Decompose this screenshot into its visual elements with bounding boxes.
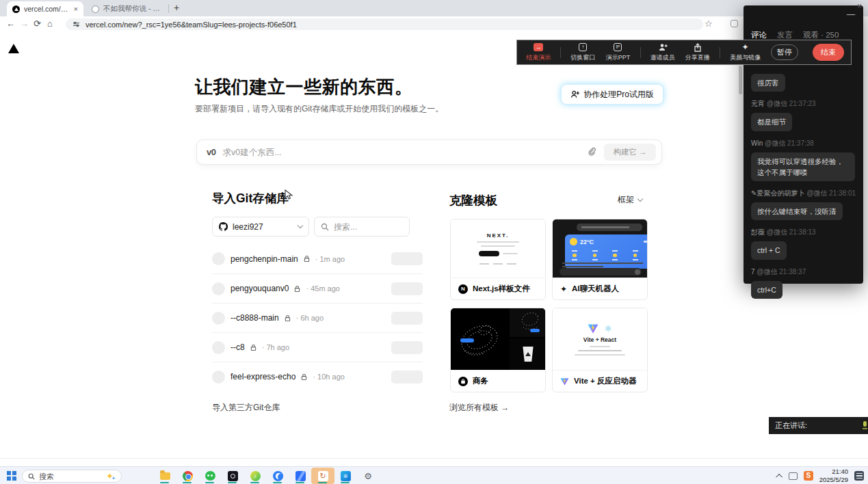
nextjs-template-preview: NEXT. xyxy=(451,219,545,278)
blue-square-app-icon[interactable] xyxy=(294,469,306,483)
repo-name: pengyouquanv0 xyxy=(231,284,289,293)
chrome-icon[interactable] xyxy=(181,469,194,483)
panel-minimize-icon[interactable]: — xyxy=(847,10,855,19)
build-it-button[interactable]: 构建它 → xyxy=(604,144,656,161)
screen-share-toolbar: → 结束演示 ↑ 切换窗口 P 演示PPT 邀请成员 分享直播 ✦ 美 xyxy=(516,40,852,65)
tab-close-icon[interactable]: × xyxy=(74,5,78,13)
tray-frame-icon[interactable] xyxy=(789,472,798,480)
chat-author: ✎爱聚会的胡萝卜 @微信 21:38:01 xyxy=(751,189,857,198)
lock-icon xyxy=(285,314,291,322)
import-button-skeleton[interactable] xyxy=(391,371,423,384)
chevron-down-icon xyxy=(298,223,303,228)
taskbar-clock[interactable]: 21:40 2025/5/29 xyxy=(819,468,848,484)
taskbar-apps: ♪ ↻ ≋ ⚙ xyxy=(159,469,374,483)
github-account-select[interactable]: leezi927 xyxy=(212,217,309,237)
vite-template-preview: ⚛ Vite + React xyxy=(553,308,647,370)
vite-preview-title: Vite + React xyxy=(583,336,616,343)
taskbar-search-input[interactable] xyxy=(39,472,87,481)
new-tab-button[interactable]: + xyxy=(174,2,179,13)
templates-heading: 克隆模板 xyxy=(449,192,497,209)
url-bar[interactable]: vercel.com/new?_rsc=1ye56&teamSlug=lees-… xyxy=(66,18,703,30)
scrollbar-thumb[interactable] xyxy=(739,66,742,94)
bookmark-star-icon[interactable]: ☆ xyxy=(705,18,713,29)
repo-search-input[interactable] xyxy=(334,222,395,232)
lock-icon xyxy=(301,373,307,381)
switch-window-button[interactable]: ↑ 切换窗口 xyxy=(570,42,596,62)
share-live-button[interactable]: 分享直播 xyxy=(685,42,711,62)
present-ppt-button[interactable]: P 演示PPT xyxy=(605,42,631,62)
settings-gear-icon[interactable]: ⚙ xyxy=(362,469,374,483)
chat-message-list: 很厉害 元宵 @微信 21:37:23 都是细节 Win @微信 21:37:3… xyxy=(751,74,857,299)
speaking-now-box: 正在讲话: xyxy=(769,417,868,434)
home-icon[interactable]: ⌂ xyxy=(47,18,53,29)
taskbar-tray: S 21:40 2025/5/29 xyxy=(778,467,864,484)
browse-all-templates-link[interactable]: 浏览所有模板 → xyxy=(449,402,509,414)
vite-icon xyxy=(560,377,569,386)
template-card-nextjs[interactable]: NEXT. N Next.js样板文件 xyxy=(450,219,546,300)
speaking-label: 正在讲话: xyxy=(775,420,807,431)
sogou-input-icon[interactable]: S xyxy=(804,471,813,481)
live-tool-icon[interactable]: ↻ xyxy=(317,469,329,483)
blue-browser-icon[interactable] xyxy=(272,469,284,483)
music-app-icon[interactable]: ♪ xyxy=(249,469,261,483)
browser-close-icon[interactable]: × xyxy=(857,1,862,11)
sparkles-icon: ✦ xyxy=(560,285,567,293)
repo-avatar xyxy=(212,312,225,325)
import-button-skeleton[interactable] xyxy=(391,252,423,265)
pause-button[interactable]: 暂停 xyxy=(771,44,798,60)
repo-name: feel-express-echo xyxy=(231,372,295,381)
vercel-logo-icon[interactable] xyxy=(8,44,19,53)
framework-filter[interactable]: 框架 xyxy=(618,194,642,206)
repo-search-box xyxy=(314,217,410,237)
repo-avatar xyxy=(212,282,225,295)
tab-separator xyxy=(168,4,169,13)
taskbar-search[interactable]: ✦✦ xyxy=(22,470,122,483)
nextjs-icon: N xyxy=(458,284,468,294)
chat-bubble: ctrl + C xyxy=(751,241,787,259)
repo-avatar xyxy=(212,371,225,384)
repo-name: --c8 xyxy=(231,342,245,352)
invite-members-button[interactable]: 邀请成员 xyxy=(649,42,675,62)
import-button-skeleton[interactable] xyxy=(391,312,423,325)
repo-name: pengchenpin-main xyxy=(231,254,298,264)
template-card-vite[interactable]: ⚛ Vite + React Vite + 反应启动器 xyxy=(552,308,648,392)
time-label: 21:40 xyxy=(819,468,848,476)
weather-temp: 22°C xyxy=(580,239,594,245)
paperclip-icon[interactable] xyxy=(588,148,597,157)
forward-icon[interactable]: → xyxy=(20,18,29,29)
repo-avatar xyxy=(212,341,225,354)
windows-start-icon[interactable] xyxy=(7,471,16,481)
ai-chatbot-template-preview: 22°C xyxy=(553,219,647,278)
file-explorer-icon[interactable] xyxy=(159,469,171,483)
teal-app-icon[interactable]: ≋ xyxy=(339,469,352,483)
beauty-mirror-button[interactable]: ✦ 美颜与镜像 xyxy=(729,42,762,62)
end-presentation-button[interactable]: → 结束演示 xyxy=(525,42,551,62)
reload-icon[interactable]: ⟳ xyxy=(34,18,41,29)
url-text: vercel.com/new?_rsc=1ye56&teamSlug=lees-… xyxy=(86,21,297,29)
template-card-ai-chatbot[interactable]: 22°C ✦ AI聊天机器人 xyxy=(552,219,648,300)
tray-chevron-icon[interactable] xyxy=(776,473,782,480)
notification-center-icon[interactable] xyxy=(854,471,864,481)
template-card-commerce[interactable]: 商务 xyxy=(450,308,546,392)
third-party-git-link[interactable]: 导入第三方Git仓库 xyxy=(212,402,280,414)
copilot-sparkle-icon: ✦✦ xyxy=(105,471,116,482)
pro-trial-button[interactable]: 协作处理Pro试用版 xyxy=(561,84,663,105)
github-icon xyxy=(219,222,228,231)
back-icon[interactable]: ← xyxy=(6,18,15,29)
extension-icon[interactable] xyxy=(731,20,738,27)
repo-list: pengchenpin-main · 1m ago pengyouquanv0 … xyxy=(212,244,423,391)
v0-prompt-input[interactable] xyxy=(222,148,581,157)
chat-bubble: 都是细节 xyxy=(751,113,792,131)
tab-ai-chat[interactable]: 不如我帮你说 - AI朋友 xyxy=(86,1,167,16)
ppt-icon: P xyxy=(614,43,622,51)
switch-window-icon: ↑ xyxy=(579,43,587,51)
repo-time: · 45m ago xyxy=(306,284,340,293)
tab-vercel[interactable]: vercel.com/new × xyxy=(7,1,83,16)
dark-app-icon[interactable] xyxy=(226,469,239,483)
end-button[interactable]: 结束 xyxy=(813,44,844,61)
import-button-skeleton[interactable] xyxy=(391,282,423,295)
import-button-skeleton[interactable] xyxy=(391,341,423,354)
wechat-icon[interactable] xyxy=(204,469,216,483)
repo-time: · 10h ago xyxy=(313,373,344,381)
repo-row: --c8 · 7h ago xyxy=(212,332,423,362)
